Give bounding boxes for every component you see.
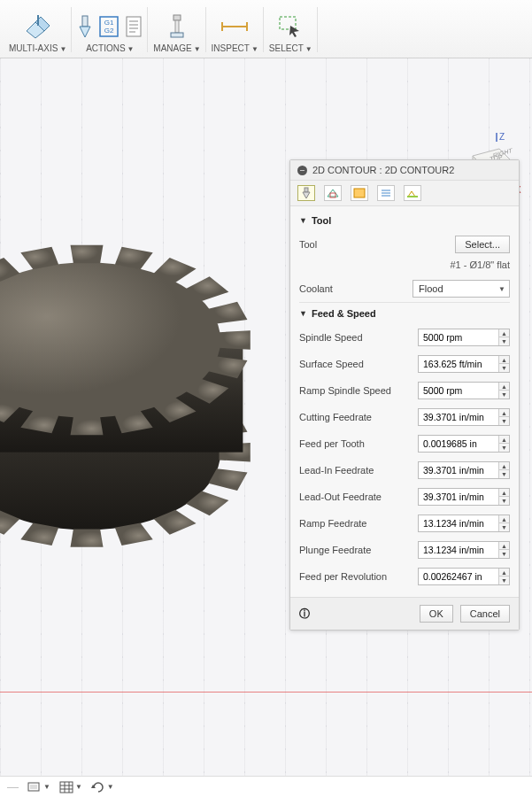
spinner-arrows[interactable]: ▲▼	[498, 436, 509, 452]
feed-per-tooth-label: Feed per Tooth	[299, 438, 365, 449]
leadin-feedrate-label: Lead-In Feedrate	[299, 465, 374, 476]
select-icon	[278, 10, 303, 43]
tool-select-button[interactable]: Select...	[455, 236, 510, 253]
spinner-arrows[interactable]: ▲▼	[498, 515, 509, 531]
ramp-feedrate-input[interactable]: ▲▼	[418, 515, 510, 532]
dialog-tabs	[290, 181, 519, 206]
gear-model	[0, 191, 283, 563]
inspect-icon	[220, 10, 250, 43]
svg-rect-36	[354, 189, 365, 197]
cancel-button[interactable]: Cancel	[460, 605, 510, 623]
multiaxis-icon	[23, 10, 53, 43]
spinner-arrows[interactable]: ▲▼	[498, 542, 509, 558]
svg-text:G2: G2	[104, 27, 114, 35]
chevron-down-icon: ▼	[498, 285, 505, 293]
svg-rect-13	[173, 15, 181, 20]
tool-description: #1 - Ø1/8" flat	[299, 258, 510, 275]
svg-rect-8	[127, 17, 141, 36]
svg-rect-15	[171, 33, 183, 37]
cutting-feedrate-input[interactable]: ▲▼	[418, 408, 510, 426]
cutting-feedrate-label: Cutting Feedrate	[299, 412, 372, 422]
section-feed-header[interactable]: ▼Feed & Speed	[299, 302, 510, 324]
tab-tool[interactable]	[297, 185, 315, 201]
spinner-arrows[interactable]: ▲▼	[498, 356, 509, 372]
ramp-spindle-label: Ramp Spindle Speed	[299, 385, 391, 396]
spinner-arrows[interactable]: ▲▼	[498, 383, 509, 398]
toolbar-group-multiaxis[interactable]: MULTI-AXIS▼	[4, 2, 72, 58]
spinner-arrows[interactable]: ▲▼	[498, 489, 509, 505]
nav-separator: —	[7, 780, 19, 793]
toolbar-label-select: SELECT▼	[269, 43, 312, 56]
svg-text:G1: G1	[104, 19, 114, 27]
dialog-title-text: 2D CONTOUR : 2D CONTOUR2	[312, 165, 454, 175]
leadout-feedrate-input[interactable]: ▲▼	[418, 488, 510, 506]
toolbar-label-manage: MANAGE▼	[153, 43, 200, 56]
toolbar-label-actions: ACTIONS▼	[86, 43, 134, 56]
main-toolbar: MULTI-AXIS▼ G1G2 ACTIONS▼ MANAGE▼ INSPEC…	[0, 0, 532, 58]
caret-down-icon: ▼	[299, 309, 307, 318]
actions-icons: G1G2	[77, 10, 143, 43]
svg-rect-14	[175, 20, 179, 33]
leadout-feedrate-label: Lead-Out Feedrate	[299, 491, 382, 502]
toolbar-label-inspect: INSPECT▼	[212, 43, 258, 56]
spinner-arrows[interactable]: ▲▼	[498, 329, 509, 345]
spinner-arrows[interactable]: ▲▼	[498, 569, 509, 584]
coolant-label: Coolant	[299, 283, 333, 294]
coolant-dropdown[interactable]: Flood▼	[412, 280, 510, 298]
tool-label: Tool	[299, 239, 317, 250]
ramp-spindle-input[interactable]: ▲▼	[418, 382, 510, 399]
manage-icon	[167, 10, 187, 43]
info-icon[interactable]: ⓘ	[299, 607, 310, 622]
svg-marker-4	[80, 27, 90, 37]
grid-settings-button[interactable]: ▼	[59, 781, 82, 793]
svg-marker-33	[303, 192, 310, 198]
spinner-arrows[interactable]: ▲▼	[498, 462, 509, 478]
toolbar-group-actions[interactable]: G1G2 ACTIONS▼	[72, 2, 148, 58]
spinner-arrows[interactable]: ▲▼	[498, 409, 509, 425]
display-settings-button[interactable]: ▼	[27, 781, 50, 793]
surface-speed-label: Surface Speed	[299, 359, 364, 369]
plunge-feedrate-input[interactable]: ▲▼	[418, 541, 510, 559]
section-tool-header[interactable]: ▼Tool	[299, 210, 510, 231]
feed-per-tooth-input[interactable]: ▲▼	[418, 435, 510, 453]
axis-line-x	[0, 692, 532, 693]
axis-z-label: Z	[499, 132, 505, 142]
feed-per-rev-input[interactable]: ▲▼	[418, 568, 510, 585]
toolbar-group-manage[interactable]: MANAGE▼	[148, 2, 205, 58]
ok-button[interactable]: OK	[420, 605, 453, 623]
toolbar-group-inspect[interactable]: INSPECT▼	[206, 2, 264, 58]
svg-rect-19	[280, 17, 296, 29]
tab-linking[interactable]	[404, 185, 421, 201]
svg-rect-40	[407, 196, 418, 197]
tab-passes[interactable]	[377, 185, 395, 201]
spindle-speed-label: Spindle Speed	[299, 332, 363, 343]
surface-speed-input[interactable]: ▲▼	[418, 355, 510, 373]
bottom-toolbar: — ▼ ▼ ▼	[0, 776, 532, 797]
contour-dialog: – 2D CONTOUR : 2D CONTOUR2 ▼Tool Tool Se…	[289, 159, 520, 631]
spindle-speed-input[interactable]: ▲▼	[418, 329, 510, 346]
plunge-feedrate-label: Plunge Feedrate	[299, 545, 371, 555]
svg-rect-43	[60, 782, 73, 793]
tab-heights[interactable]	[351, 185, 368, 201]
svg-marker-20	[289, 26, 299, 37]
dialog-titlebar[interactable]: – 2D CONTOUR : 2D CONTOUR2	[290, 160, 519, 181]
leadin-feedrate-input[interactable]: ▲▼	[418, 461, 510, 479]
svg-rect-32	[305, 188, 308, 192]
refresh-button[interactable]: ▼	[91, 781, 114, 793]
ramp-feedrate-label: Ramp Feedrate	[299, 518, 366, 529]
toolbar-label-multiaxis: MULTI-AXIS▼	[9, 43, 66, 56]
svg-rect-3	[82, 16, 88, 27]
toolbar-group-select[interactable]: SELECT▼	[264, 2, 318, 58]
collapse-icon[interactable]: –	[297, 166, 307, 175]
tab-geometry[interactable]	[324, 185, 342, 201]
svg-rect-42	[30, 785, 37, 789]
feed-per-rev-label: Feed per Revolution	[299, 571, 387, 582]
caret-down-icon: ▼	[299, 216, 307, 225]
